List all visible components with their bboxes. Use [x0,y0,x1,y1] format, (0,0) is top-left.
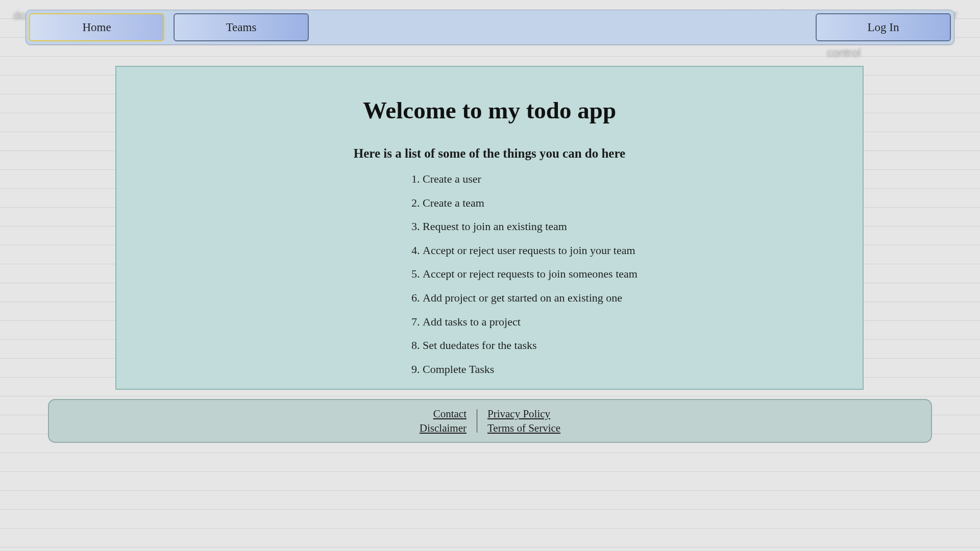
nav-right-group: Log In [816,13,951,41]
terms-link[interactable]: Terms of Service [487,421,560,435]
feature-item: Add tasks to a project [423,315,832,330]
disclaimer-link[interactable]: Disclaimer [420,421,467,435]
feature-item: Create a user [423,172,832,187]
footer-columns: Contact Disclaimer Privacy Policy Terms … [409,407,571,436]
feature-item: Add project or get started on an existin… [423,291,832,306]
feature-item: Create a team [423,196,832,211]
feature-item: Set duedates for the tasks [423,338,832,353]
home-button[interactable]: Home [29,13,164,41]
features-list: Create a user Create a team Request to j… [423,172,832,377]
nav-left-group: Home Teams [29,13,309,41]
feature-item: Complete Tasks [423,362,832,377]
login-button[interactable]: Log In [816,13,951,41]
feature-item: Accept or reject user requests to join y… [423,243,832,258]
privacy-link[interactable]: Privacy Policy [487,407,560,421]
footer-col-left: Contact Disclaimer [409,407,477,436]
footer: Contact Disclaimer Privacy Policy Terms … [48,399,932,443]
welcome-title: Welcome to my todo app [147,96,832,124]
top-navbar: Home Teams Log In [26,10,954,45]
feature-item: Request to join an existing team [423,219,832,234]
teams-button[interactable]: Teams [174,13,309,41]
contact-link[interactable]: Contact [420,407,467,421]
feature-item: Accept or reject requests to join someon… [423,267,832,282]
welcome-subtitle: Here is a list of some of the things you… [147,146,832,161]
footer-col-right: Privacy Policy Terms of Service [477,407,571,436]
welcome-panel: Welcome to my todo app Here is a list of… [115,66,864,390]
